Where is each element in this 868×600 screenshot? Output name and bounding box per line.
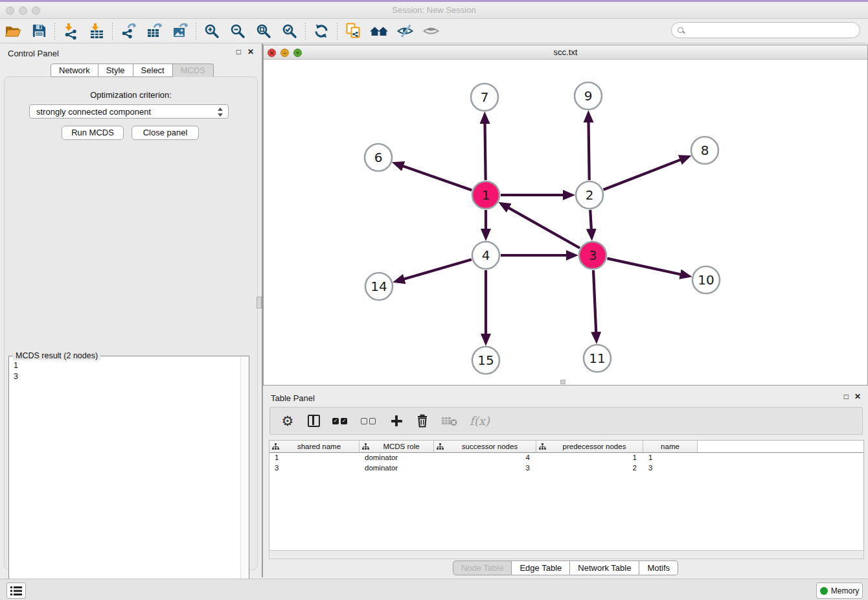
table-scrollbar[interactable] xyxy=(269,550,864,559)
table-tab-node-table[interactable]: Node Table xyxy=(453,560,512,575)
table-row[interactable]: 3dominator323 xyxy=(269,463,863,474)
deselect-all-columns-icon[interactable] xyxy=(361,413,378,430)
table-tab-edge-table[interactable]: Edge Table xyxy=(512,560,570,575)
graph-edge-1-7[interactable] xyxy=(485,122,486,180)
graph-node-3[interactable]: 3 xyxy=(579,242,606,269)
column-header-shared-name[interactable]: shared name xyxy=(269,441,360,452)
table-cell[interactable]: 1 xyxy=(269,453,360,463)
open-session-icon[interactable] xyxy=(0,21,26,41)
table-row[interactable]: 1dominator411 xyxy=(269,453,863,463)
refresh-icon[interactable] xyxy=(308,21,334,41)
table-cell[interactable]: 2 xyxy=(536,463,643,474)
mcds-result-group: MCDS result (2 nodes) 13 xyxy=(8,356,249,600)
function-builder-icon[interactable]: f(x) xyxy=(470,413,490,430)
zoom-selected-icon[interactable] xyxy=(277,21,303,41)
float-table-panel-icon[interactable]: □ xyxy=(844,392,849,401)
table-cell[interactable]: dominator xyxy=(360,453,434,463)
delete-column-icon[interactable] xyxy=(415,413,429,430)
network-window-titlebar[interactable]: ✕ − + scc.txt xyxy=(264,45,867,60)
zoom-in-icon[interactable] xyxy=(199,21,225,41)
result-scrollbar[interactable] xyxy=(240,356,249,600)
panel-divider-handle[interactable] xyxy=(257,297,262,308)
graph-node-15[interactable]: 15 xyxy=(472,347,499,374)
export-image-icon[interactable] xyxy=(167,21,193,41)
import-table-icon[interactable] xyxy=(84,21,109,41)
table-panel: Table Panel □ ✕ ⚙ ✓✓ f(x) shared nameMCD… xyxy=(263,388,868,577)
graph-node-9[interactable]: 9 xyxy=(575,82,602,110)
close-panel-icon[interactable]: ✕ xyxy=(247,47,254,56)
graph-node-2[interactable]: 2 xyxy=(576,181,603,209)
run-mcds-button[interactable]: Run MCDS xyxy=(62,126,124,140)
graph-node-10[interactable]: 10 xyxy=(692,266,720,294)
table-cell[interactable]: 4 xyxy=(434,453,536,463)
hide-selected-icon[interactable] xyxy=(392,21,418,41)
graph-node-6[interactable]: 6 xyxy=(365,144,392,171)
table-tab-network-table[interactable]: Network Table xyxy=(570,560,639,575)
table-cell[interactable]: 3 xyxy=(643,463,698,474)
node-table[interactable]: shared nameMCDS rolesuccessor nodesprede… xyxy=(269,440,864,550)
graph-edge-2-8[interactable] xyxy=(603,159,681,190)
table-cell[interactable]: 1 xyxy=(536,453,643,463)
tab-style[interactable]: Style xyxy=(98,63,133,77)
optimization-criterion-select[interactable]: strongly connected component xyxy=(29,104,229,119)
tab-select[interactable]: Select xyxy=(133,63,173,77)
delete-table-icon[interactable] xyxy=(441,413,458,430)
graph-edge-1-6[interactable] xyxy=(402,166,472,190)
mcds-result-line: 3 xyxy=(14,371,235,382)
network-window-title: scc.txt xyxy=(264,47,867,57)
tab-network[interactable]: Network xyxy=(51,63,98,77)
graph-edge-2-9[interactable] xyxy=(589,121,589,180)
select-all-columns-icon[interactable]: ✓✓ xyxy=(332,413,349,430)
zoom-out-icon[interactable] xyxy=(225,21,251,41)
graph-edge-3-10[interactable] xyxy=(607,259,681,275)
graph-node-label: 1 xyxy=(482,187,490,203)
task-history-button[interactable] xyxy=(6,583,26,599)
import-network-icon[interactable] xyxy=(58,21,84,41)
search-input[interactable] xyxy=(684,24,860,37)
network-resize-grip[interactable] xyxy=(560,380,565,384)
column-header-label: MCDS role xyxy=(369,443,433,450)
column-type-icon xyxy=(437,443,444,450)
graph-node-7[interactable]: 7 xyxy=(471,84,498,111)
column-layout-icon[interactable] xyxy=(306,413,321,430)
copy-style-icon[interactable] xyxy=(340,21,366,41)
graph-node-label: 11 xyxy=(589,351,605,366)
graph-edge-4-14[interactable] xyxy=(403,259,471,279)
table-cell[interactable]: 3 xyxy=(269,463,360,474)
network-canvas[interactable]: 7968124314101511 xyxy=(264,60,867,385)
table-cell[interactable]: dominator xyxy=(360,463,434,474)
first-neighbors-icon[interactable] xyxy=(366,21,392,41)
save-session-icon[interactable] xyxy=(26,21,52,41)
graph-node-11[interactable]: 11 xyxy=(584,345,611,372)
memory-button[interactable]: Memory xyxy=(816,583,863,599)
network-graph: 7968124314101511 xyxy=(264,60,867,385)
column-header-successor-nodes[interactable]: successor nodes xyxy=(434,441,536,452)
graph-node-14[interactable]: 14 xyxy=(365,273,393,300)
graph-edge-3-1[interactable] xyxy=(508,207,580,248)
graph-node-4[interactable]: 4 xyxy=(472,242,499,269)
select-stepper-icon xyxy=(217,107,223,117)
show-all-icon[interactable] xyxy=(418,21,444,41)
column-header-name[interactable]: name xyxy=(643,441,698,452)
close-table-panel-icon[interactable]: ✕ xyxy=(854,392,861,401)
control-panel-tabs: NetworkStyleSelectMCDS xyxy=(51,63,214,77)
table-cell[interactable]: 1 xyxy=(643,453,698,463)
tab-mcds[interactable]: MCDS xyxy=(173,63,214,77)
search-icon xyxy=(678,27,684,34)
zoom-fit-icon[interactable] xyxy=(251,21,277,41)
graph-edge-3-11[interactable] xyxy=(593,270,596,333)
table-tab-motifs[interactable]: Motifs xyxy=(639,560,678,575)
table-cell[interactable]: 3 xyxy=(434,463,536,474)
export-table-icon[interactable] xyxy=(141,21,167,41)
export-network-icon[interactable] xyxy=(115,21,141,41)
graph-node-8[interactable]: 8 xyxy=(691,137,718,164)
table-settings-gear-icon[interactable]: ⚙ xyxy=(280,413,295,430)
column-header-predecessor-nodes[interactable]: predecessor nodes xyxy=(536,441,643,452)
close-panel-button[interactable]: Close panel xyxy=(131,126,199,140)
list-icon xyxy=(10,586,22,595)
column-header-MCDS-role[interactable]: MCDS role xyxy=(360,441,434,452)
graph-edge-2-3[interactable] xyxy=(590,210,591,230)
float-panel-icon[interactable]: □ xyxy=(236,47,241,56)
graph-node-1[interactable]: 1 xyxy=(472,181,499,209)
add-column-icon[interactable] xyxy=(389,413,404,430)
